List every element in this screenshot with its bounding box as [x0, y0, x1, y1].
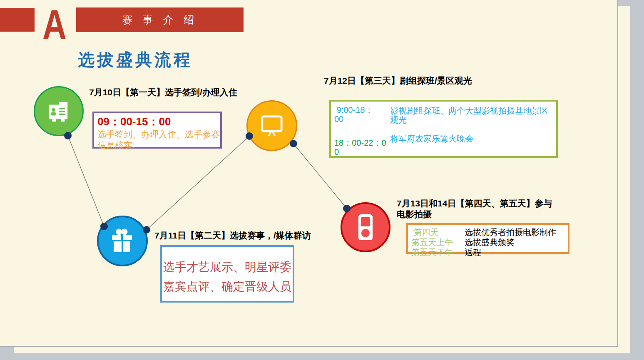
schedule-row: 第四天 选拔优秀者拍摄电影制作: [411, 227, 568, 237]
day2-detail-box: 选手才艺展示、明星评委嘉宾点评、确定晋级人员: [160, 245, 294, 303]
node-day3-circle: [246, 100, 297, 151]
day1-heading: 7月10日【第一天】选手签到/办理入住: [89, 87, 237, 98]
day3-detail-box: 9:00-18：00 影视剧组探班、两个大型影视拍摄基地景区观光 将军府农家乐篝…: [329, 100, 558, 158]
schedule-row-value: 选拔盛典颁奖: [465, 237, 515, 247]
day3-heading: 7月12日【第三天】剧组探班/景区观光: [324, 75, 472, 86]
gift-icon: [110, 228, 135, 254]
schedule-row-value: 返程: [465, 247, 481, 257]
day3-desc-evening: 将军府农家乐篝火晚会: [390, 133, 473, 144]
schedule-row-label: 第五天上午: [411, 237, 465, 247]
day45-heading: 7月13日和14日【第四天、第五天】参与电影拍摄: [397, 198, 557, 220]
media-player-icon: [358, 214, 373, 241]
contact-card-icon: [47, 100, 71, 122]
section-banner: 赛 事 介 绍: [76, 7, 244, 32]
day1-time: 09：00-15：00: [97, 114, 220, 129]
section-banner-label: 赛 事 介 绍: [122, 13, 198, 27]
schedule-row-label: 第四天: [411, 227, 465, 237]
page-title: 选拔盛典流程: [78, 48, 193, 71]
schedule-row: 第五天下午 返程: [411, 247, 568, 257]
day1-desc: 选手签到、办理入住、选手参赛信息核实:: [97, 129, 221, 151]
schedule-row-label: 第五天下午: [411, 247, 465, 257]
node-day45-circle: [341, 202, 390, 252]
day1-detail-box: 09：00-15：00 选手签到、办理入住、选手参赛信息核实:: [92, 112, 222, 149]
slide-canvas: { "colors": { "background_gray": "#C3C7C…: [0, 0, 644, 360]
day3-time-evening: 18：00-22：00: [334, 138, 388, 156]
day2-desc: 选手才艺展示、明星评委嘉宾点评、确定晋级人员: [163, 261, 291, 293]
node-day2-circle: [97, 216, 148, 266]
day3-desc-morning: 影视剧组探班、两个大型影视拍摄基地景区观光: [390, 106, 550, 124]
monitor-icon: [259, 114, 285, 137]
section-letter: A: [42, 7, 67, 42]
schedule-row-value: 选拔优秀者拍摄电影制作: [465, 227, 556, 237]
node-day1-circle: [34, 86, 84, 136]
header-red-block: [0, 8, 35, 32]
slide: A 赛 事 介 绍 选拔盛典流程: [0, 0, 618, 347]
day45-detail-box: 第四天 选拔优秀者拍摄电影制作 第五天上午 选拔盛典颁奖 第五天下午 返程: [406, 223, 569, 254]
schedule-row: 第五天上午 选拔盛典颁奖: [411, 237, 568, 247]
day2-heading: 7月11日【第二天】选拔赛事，/媒体群访: [154, 230, 311, 241]
day3-time-morning: 9:00-18：00: [334, 105, 377, 124]
